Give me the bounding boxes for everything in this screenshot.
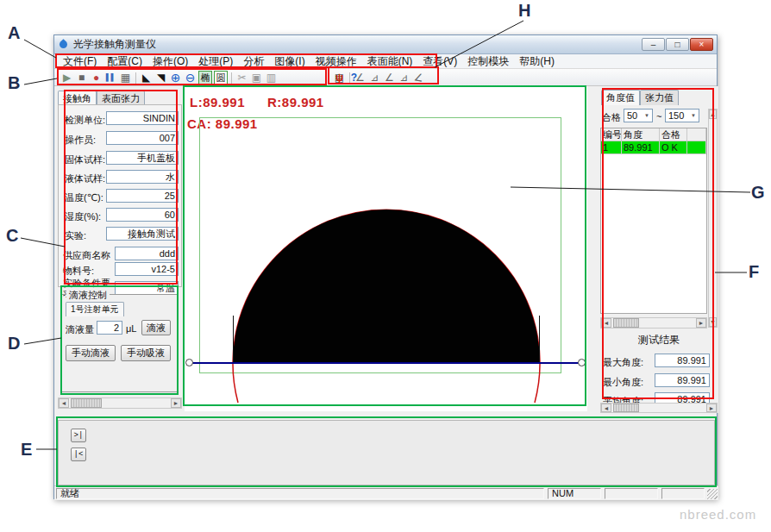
menu-operate[interactable]: 操作(O) — [147, 54, 193, 68]
close-button[interactable]: × — [690, 38, 713, 51]
baseline-handle-right[interactable] — [578, 359, 586, 366]
scroll-left-icon[interactable]: ◄ — [59, 398, 69, 408]
solid-sample-input[interactable]: 手机盖板 — [106, 151, 179, 165]
minimize-button[interactable]: – — [642, 38, 665, 51]
results-panel: 角度值 张力值 合格 50 ▼ ~ 150 ▼ 编号 角度 合格 — [599, 86, 718, 413]
cell-angle: 89.991 — [622, 141, 660, 154]
drip-volume-unit: μL — [126, 323, 136, 334]
camera-icon-1[interactable]: ◣ — [139, 71, 154, 84]
table-row[interactable]: 1 89.991 O K — [601, 141, 706, 154]
statusbar: 就绪 NUM — [54, 485, 718, 500]
max-angle-value[interactable]: 89.991 — [655, 354, 710, 367]
pause-icon[interactable]: ▌▌ — [103, 71, 118, 84]
dropdown-icon[interactable]: ▼ — [691, 110, 696, 122]
annotation-letter-b: B — [8, 73, 20, 93]
log-panel: >| |< — [58, 420, 715, 485]
range-min-select[interactable]: 50 ▼ — [624, 109, 653, 122]
camera-icon-2[interactable]: ◥ — [154, 71, 168, 84]
annotation-letter-g: G — [751, 183, 765, 203]
image-view[interactable]: L:89.991 R:89.991 CA: 89.991 — [185, 86, 587, 411]
scroll-left-icon[interactable]: ◄ — [601, 404, 611, 412]
menu-analyze[interactable]: 分析 — [238, 54, 269, 68]
solid-sample-label: 固体试样: — [65, 153, 105, 166]
zoom-out-icon[interactable]: ⊖ — [183, 71, 197, 84]
menu-config[interactable]: 配置(C) — [102, 54, 147, 68]
menu-view[interactable]: 查看(V) — [417, 54, 462, 68]
manual-hand-icon[interactable]: ψ — [332, 71, 347, 84]
operator-input[interactable]: 007 — [106, 131, 179, 145]
scroll-right-icon[interactable]: ► — [696, 318, 706, 328]
drip-volume-label: 滴液量 — [66, 323, 94, 336]
stop-icon[interactable]: ■ — [74, 71, 89, 84]
dropdown-icon[interactable]: ▼ — [644, 110, 649, 122]
results-hscrollbar[interactable]: ◄ ► — [600, 403, 718, 413]
temperature-input[interactable]: 25 — [106, 189, 179, 203]
baseline[interactable] — [191, 362, 581, 364]
scroll-thumb[interactable] — [613, 318, 639, 328]
maximize-button[interactable]: □ — [666, 38, 689, 51]
menu-control-module[interactable]: 控制模块 — [462, 54, 514, 68]
supplier-label: 供应商名称 — [63, 249, 110, 262]
cut-icon[interactable]: ✂ — [235, 71, 249, 84]
material-no-label: 物料号: — [63, 265, 94, 278]
tab-injection-unit-1[interactable]: 1号注射单元 — [66, 302, 124, 316]
temperature-label: 温度(℃): — [65, 191, 103, 204]
record-icon[interactable]: ● — [89, 71, 103, 84]
drip-volume-input[interactable]: 2 — [97, 321, 122, 335]
col-qualified: 合格 — [660, 128, 687, 141]
manual-suck-button[interactable]: 手动吸液 — [121, 345, 171, 361]
scroll-thumb[interactable] — [71, 398, 102, 408]
toolbar-separator — [135, 72, 136, 84]
liquid-sample-input[interactable]: 水 — [106, 170, 179, 184]
scroll-thumb[interactable] — [613, 404, 639, 412]
table-hscrollbar[interactable]: ◄ ► — [600, 317, 707, 329]
scroll-right-icon[interactable]: ► — [171, 398, 181, 408]
angle-table[interactable]: 编号 角度 合格 1 89.991 O K — [600, 128, 707, 314]
titlebar[interactable]: 光学接触角测量仪 – □ × — [54, 35, 717, 54]
tab-angle-value[interactable]: 角度值 — [601, 90, 640, 105]
menu-surface-energy[interactable]: 表面能(N) — [362, 54, 418, 68]
paste-icon[interactable]: ▥ — [264, 71, 279, 84]
copy-icon[interactable]: ▣ — [249, 71, 264, 84]
scroll-left-icon[interactable]: ◄ — [601, 318, 611, 328]
menu-video[interactable]: 视频操作 — [310, 54, 362, 68]
condition-input[interactable]: 常温 — [115, 281, 179, 295]
drip-button[interactable]: 滴液 — [141, 320, 171, 335]
ellipse-fit-button[interactable]: 椭 — [198, 71, 212, 84]
angle-tool-icon-2[interactable]: ⊾ — [367, 71, 382, 84]
annotation-letter-e: E — [21, 440, 32, 460]
tab-tension-value[interactable]: 张力值 — [640, 90, 679, 105]
experiment-input[interactable]: 接触角测试 — [106, 227, 179, 241]
manual-drip-button[interactable]: 手动滴液 — [66, 345, 116, 361]
angle-tool-icon-4[interactable]: ⊾ — [397, 71, 411, 84]
angle-tool-icon-1[interactable]: ∠ — [353, 71, 367, 84]
material-no-input[interactable]: v12-5 — [115, 262, 179, 276]
table-vscrollbar[interactable]: ▲ ▼ — [708, 109, 718, 328]
step-forward-button[interactable]: >| — [71, 429, 86, 442]
scroll-down-icon[interactable]: ▼ — [709, 317, 717, 327]
resize-grip[interactable] — [707, 489, 718, 499]
menu-image[interactable]: 图像(I) — [269, 54, 310, 68]
supplier-input[interactable]: ddd — [115, 247, 179, 260]
circle-fit-button[interactable]: 圆 — [214, 71, 228, 84]
zoom-in-icon[interactable]: ⊕ — [168, 71, 183, 84]
humidity-input[interactable]: 60 — [106, 208, 179, 222]
play-icon[interactable]: ▶ — [60, 71, 74, 84]
angle-tool-icon-3[interactable]: ∠ — [382, 71, 397, 84]
detection-unit-input[interactable]: SINDIN — [106, 111, 179, 125]
menu-file[interactable]: 文件(F) — [58, 54, 102, 68]
baseline-handle-left[interactable] — [185, 359, 193, 366]
min-angle-value[interactable]: 89.991 — [655, 373, 710, 387]
frame-grid-icon[interactable]: ▦ — [118, 71, 133, 84]
scroll-up-icon[interactable]: ▲ — [709, 110, 717, 119]
menu-help[interactable]: 帮助(H) — [514, 54, 560, 68]
scroll-right-icon[interactable]: ► — [706, 404, 717, 412]
liquid-sample-label: 液体试样: — [65, 172, 105, 185]
left-panel-hscrollbar[interactable]: ◄ ► — [58, 397, 182, 409]
range-max-select[interactable]: 150 ▼ — [665, 109, 699, 122]
toolbar-measure-group: ψ ∠ ⊾ ∠ ⊾ ∠ — [332, 70, 426, 85]
annotation-letter-a: A — [8, 23, 20, 43]
step-back-button[interactable]: |< — [71, 448, 86, 461]
menu-process[interactable]: 处理(P) — [193, 54, 238, 68]
angle-tool-icon-5[interactable]: ∠ — [411, 70, 428, 86]
